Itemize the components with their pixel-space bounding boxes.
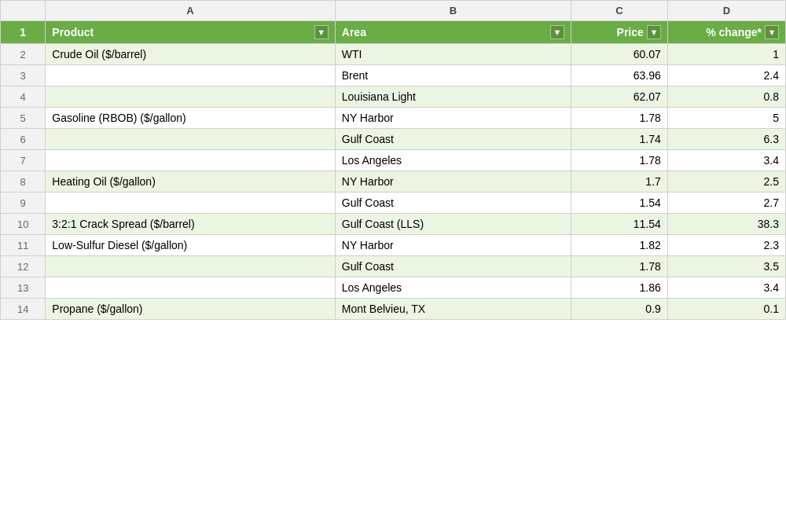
cell-area-13: Los Angeles	[335, 277, 571, 299]
row-num-5: 5	[1, 108, 46, 129]
filter-pct-change-icon[interactable]: ▼	[765, 25, 779, 39]
cell-price-12: 1.78	[571, 256, 668, 277]
cell-area-2: WTI	[335, 44, 571, 65]
table-row: 8 Heating Oil ($/gallon) NY Harbor 1.7 2…	[1, 171, 786, 193]
cell-area-4: Louisiana Light	[335, 86, 571, 108]
table-row: 13 Los Angeles 1.86 3.4	[1, 277, 786, 299]
header-area: Area ▼	[335, 21, 571, 44]
cell-area-3: Brent	[335, 65, 571, 86]
row-num-12: 12	[1, 256, 46, 277]
cell-area-10: Gulf Coast (LLS)	[335, 214, 571, 235]
table-row: 5 Gasoline (RBOB) ($/gallon) NY Harbor 1…	[1, 108, 786, 129]
row-num-7: 7	[1, 150, 46, 171]
header-pct-change: % change* ▼	[667, 21, 785, 44]
cell-pct-change-2: 1	[667, 44, 785, 65]
table-row: 10 3:2:1 Crack Spread ($/barrel) Gulf Co…	[1, 214, 786, 235]
cell-price-5: 1.78	[571, 108, 668, 129]
cell-price-7: 1.78	[571, 150, 668, 171]
cell-area-6: Gulf Coast	[335, 129, 571, 150]
cell-pct-change-7: 3.4	[667, 150, 785, 171]
cell-price-4: 62.07	[571, 86, 668, 108]
cell-pct-change-4: 0.8	[667, 86, 785, 108]
cell-product-14: Propane ($/gallon)	[46, 299, 335, 320]
cell-price-8: 1.7	[571, 171, 668, 193]
filter-area-icon[interactable]: ▼	[550, 25, 564, 39]
table-row: 2 Crude Oil ($/barrel) WTI 60.07 1	[1, 44, 786, 65]
header-price: Price ▼	[571, 21, 668, 44]
table-row: 12 Gulf Coast 1.78 3.5	[1, 256, 786, 277]
table-row: 4 Louisiana Light 62.07 0.8	[1, 86, 786, 108]
table-row: 14 Propane ($/gallon) Mont Belvieu, TX 0…	[1, 299, 786, 320]
header-product: Product ▼	[46, 21, 335, 44]
cell-product-3	[46, 65, 335, 86]
row-num-9: 9	[1, 193, 46, 214]
spreadsheet: A B C D 1 Product ▼ Area ▼	[0, 0, 786, 532]
cell-area-11: NY Harbor	[335, 235, 571, 256]
cell-area-14: Mont Belvieu, TX	[335, 299, 571, 320]
cell-area-7: Los Angeles	[335, 150, 571, 171]
cell-pct-change-6: 6.3	[667, 129, 785, 150]
col-header-a: A	[46, 1, 335, 21]
row-num-4: 4	[1, 86, 46, 108]
row-num-13: 13	[1, 277, 46, 299]
cell-price-2: 60.07	[571, 44, 668, 65]
filter-price-icon[interactable]: ▼	[647, 25, 661, 39]
cell-product-12	[46, 256, 335, 277]
row-num-14: 14	[1, 299, 46, 320]
cell-pct-change-8: 2.5	[667, 171, 785, 193]
cell-price-3: 63.96	[571, 65, 668, 86]
col-header-b: B	[335, 1, 571, 21]
cell-price-9: 1.54	[571, 193, 668, 214]
cell-product-7	[46, 150, 335, 171]
cell-product-6	[46, 129, 335, 150]
cell-area-12: Gulf Coast	[335, 256, 571, 277]
corner-cell	[1, 1, 46, 21]
cell-product-9	[46, 193, 335, 214]
table-row: 9 Gulf Coast 1.54 2.7	[1, 193, 786, 214]
col-header-c: C	[571, 1, 668, 21]
cell-price-10: 11.54	[571, 214, 668, 235]
cell-product-8: Heating Oil ($/gallon)	[46, 171, 335, 193]
cell-pct-change-3: 2.4	[667, 65, 785, 86]
cell-product-5: Gasoline (RBOB) ($/gallon)	[46, 108, 335, 129]
cell-pct-change-11: 2.3	[667, 235, 785, 256]
row-num-1: 1	[1, 21, 46, 44]
cell-price-14: 0.9	[571, 299, 668, 320]
cell-pct-change-10: 38.3	[667, 214, 785, 235]
table-row: 3 Brent 63.96 2.4	[1, 65, 786, 86]
cell-product-10: 3:2:1 Crack Spread ($/barrel)	[46, 214, 335, 235]
table-row: 7 Los Angeles 1.78 3.4	[1, 150, 786, 171]
row-num-11: 11	[1, 235, 46, 256]
col-header-d: D	[667, 1, 785, 21]
cell-pct-change-13: 3.4	[667, 277, 785, 299]
cell-price-13: 1.86	[571, 277, 668, 299]
table-row: 11 Low-Sulfur Diesel ($/gallon) NY Harbo…	[1, 235, 786, 256]
row-num-3: 3	[1, 65, 46, 86]
row-num-2: 2	[1, 44, 46, 65]
cell-pct-change-5: 5	[667, 108, 785, 129]
cell-pct-change-14: 0.1	[667, 299, 785, 320]
cell-area-8: NY Harbor	[335, 171, 571, 193]
cell-product-13	[46, 277, 335, 299]
table-row: 6 Gulf Coast 1.74 6.3	[1, 129, 786, 150]
row-num-6: 6	[1, 129, 46, 150]
row-num-10: 10	[1, 214, 46, 235]
cell-area-5: NY Harbor	[335, 108, 571, 129]
cell-product-11: Low-Sulfur Diesel ($/gallon)	[46, 235, 335, 256]
cell-area-9: Gulf Coast	[335, 193, 571, 214]
cell-pct-change-9: 2.7	[667, 193, 785, 214]
table-header-row: 1 Product ▼ Area ▼ Price ▼	[1, 21, 786, 44]
cell-price-11: 1.82	[571, 235, 668, 256]
filter-product-icon[interactable]: ▼	[314, 25, 329, 39]
cell-pct-change-12: 3.5	[667, 256, 785, 277]
row-num-8: 8	[1, 171, 46, 193]
cell-product-2: Crude Oil ($/barrel)	[46, 44, 335, 65]
cell-product-4	[46, 86, 335, 108]
cell-price-6: 1.74	[571, 129, 668, 150]
